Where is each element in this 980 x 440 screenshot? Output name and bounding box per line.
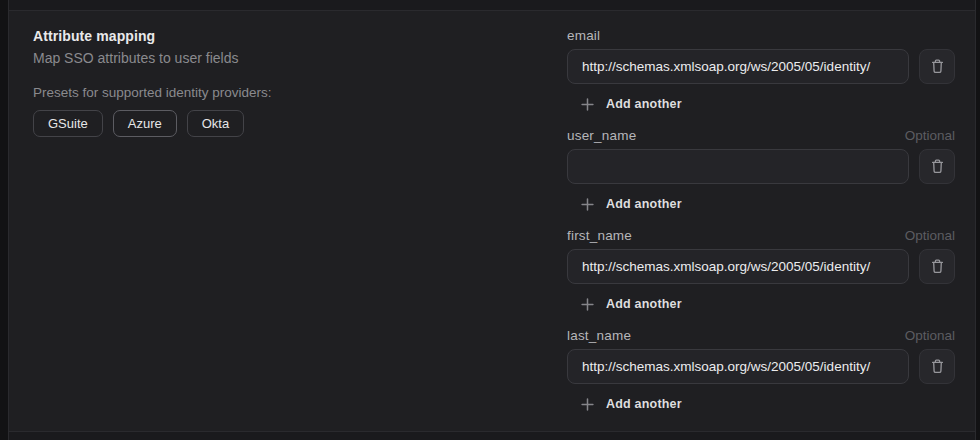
- add-another-user-name-link[interactable]: Add another: [581, 197, 682, 211]
- preset-gsuite-button[interactable]: GSuite: [33, 110, 103, 137]
- preset-buttons: GSuite Azure Okta: [33, 110, 244, 137]
- optional-badge: Optional: [905, 328, 955, 343]
- trash-icon: [931, 59, 944, 74]
- last-name-attribute-input[interactable]: [567, 349, 909, 384]
- field-label: user_name: [567, 128, 636, 143]
- add-another-label: Add another: [606, 197, 682, 211]
- preset-azure-button[interactable]: Azure: [113, 110, 177, 137]
- field-row-first-name: first_name Optional: [567, 228, 955, 315]
- add-another-email-link[interactable]: Add another: [581, 97, 682, 111]
- field-label: email: [567, 28, 600, 43]
- settings-frame: Attribute mapping Map SSO attributes to …: [8, 0, 976, 440]
- field-label: last_name: [567, 328, 631, 343]
- section-title: Attribute mapping: [33, 28, 155, 44]
- delete-email-attribute-button[interactable]: [919, 49, 955, 84]
- add-another-label: Add another: [606, 297, 682, 311]
- field-row-email: email: [567, 28, 955, 115]
- email-attribute-input[interactable]: [567, 49, 909, 84]
- field-label: first_name: [567, 228, 632, 243]
- plus-icon: [581, 198, 594, 211]
- add-another-label: Add another: [606, 97, 682, 111]
- add-another-first-name-link[interactable]: Add another: [581, 297, 682, 311]
- presets-heading: Presets for supported identity providers…: [33, 85, 272, 100]
- delete-user-name-attribute-button[interactable]: [919, 149, 955, 184]
- delete-first-name-attribute-button[interactable]: [919, 249, 955, 284]
- preset-okta-button[interactable]: Okta: [187, 110, 244, 137]
- add-another-label: Add another: [606, 397, 682, 411]
- section-subtitle: Map SSO attributes to user fields: [33, 50, 238, 66]
- plus-icon: [581, 398, 594, 411]
- delete-last-name-attribute-button[interactable]: [919, 349, 955, 384]
- trash-icon: [931, 259, 944, 274]
- attribute-mapping-section: Attribute mapping Map SSO attributes to …: [9, 10, 975, 432]
- trash-icon: [931, 159, 944, 174]
- user-name-attribute-input[interactable]: [567, 149, 909, 184]
- plus-icon: [581, 98, 594, 111]
- trash-icon: [931, 359, 944, 374]
- first-name-attribute-input[interactable]: [567, 249, 909, 284]
- field-row-user-name: user_name Optional: [567, 128, 955, 215]
- field-row-last-name: last_name Optional: [567, 328, 955, 415]
- optional-badge: Optional: [905, 228, 955, 243]
- add-another-last-name-link[interactable]: Add another: [581, 397, 682, 411]
- plus-icon: [581, 298, 594, 311]
- optional-badge: Optional: [905, 128, 955, 143]
